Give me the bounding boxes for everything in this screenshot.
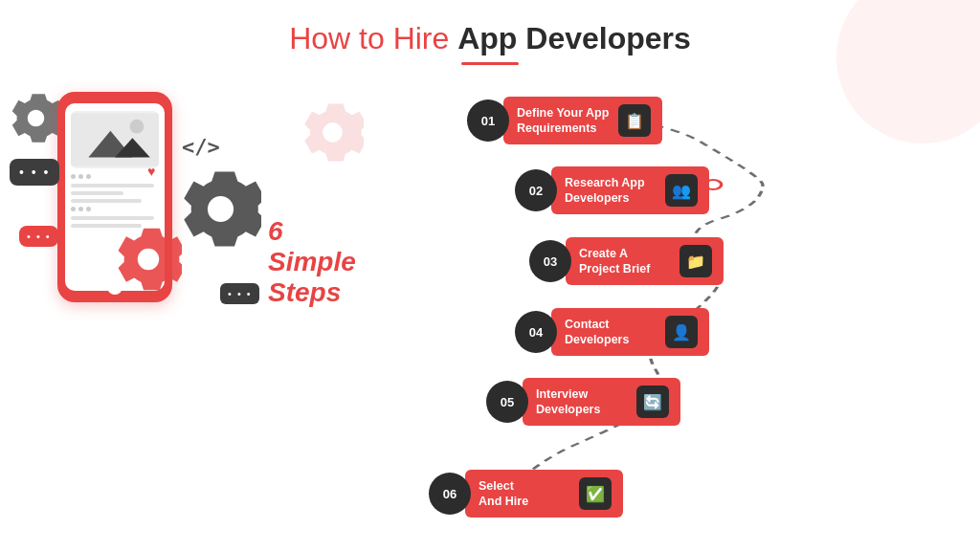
step-label-06: SelectAnd Hire: [479, 478, 569, 510]
step-item-04: 04 ContactDevelopers 👤: [515, 308, 709, 356]
step-card-01: Define Your AppRequirements 📋: [503, 97, 662, 144]
step-item-01: 01 Define Your AppRequirements 📋: [467, 97, 662, 144]
phone-image: [71, 111, 159, 168]
steps-label: 6 Simple Steps: [268, 216, 373, 309]
step-icon-01: 📋: [618, 104, 651, 137]
step-label-02: Research AppDevelopers: [565, 175, 656, 207]
code-tag-icon: </>: [182, 135, 220, 159]
chat-bubble-dark: • • •: [10, 159, 59, 186]
step-icon-06: ✅: [579, 477, 612, 510]
step-label-05: InterviewDevelopers: [536, 386, 627, 418]
step-card-03: Create AProject Brief 📁: [566, 237, 724, 285]
steps-path-svg: [383, 82, 961, 532]
step-card-06: SelectAnd Hire ✅: [465, 470, 623, 518]
gear-pink-right-icon: [301, 101, 364, 164]
step-card-02: Research AppDevelopers 👥: [551, 166, 709, 214]
line: [71, 216, 154, 220]
steps-label-line2: Steps: [268, 277, 373, 308]
step-icon-02: 👥: [665, 174, 698, 207]
step-item-06: 06 SelectAnd Hire ✅: [429, 470, 623, 518]
step-circle-06: 06: [429, 473, 471, 515]
step-label-03: Create AProject Brief: [579, 246, 670, 277]
steps-area: 01 Define Your AppRequirements 📋 02 Rese…: [383, 82, 961, 532]
page-title: How to Hire App Developers: [0, 21, 980, 56]
step-item-03: 03 Create AProject Brief 📁: [529, 237, 724, 285]
step-label-04: ContactDevelopers: [565, 317, 656, 348]
line: [71, 191, 123, 195]
line: [71, 199, 142, 203]
main-content: ♥: [0, 73, 980, 532]
step-label-01: Define Your AppRequirements: [517, 105, 609, 137]
dot: [71, 174, 76, 179]
page-header: How to Hire App Developers: [0, 0, 980, 73]
step-card-04: ContactDevelopers 👤: [551, 308, 709, 356]
dot-row: [71, 207, 159, 211]
dot: [71, 207, 76, 211]
svg-point-3: [130, 120, 145, 134]
chat-bubble-red: • • •: [19, 226, 58, 247]
heart-icon: ♥: [147, 164, 165, 179]
step-icon-03: 📁: [679, 245, 712, 277]
step-icon-04: 👤: [665, 316, 698, 348]
step-circle-01: 01: [467, 99, 509, 142]
step-icon-05: 🔄: [636, 386, 669, 418]
step-circle-05: 05: [486, 381, 528, 423]
gear-dark-large-icon: [180, 168, 261, 250]
line: [71, 184, 154, 187]
step-item-02: 02 Research AppDevelopers 👥: [515, 166, 709, 214]
dot: [78, 207, 83, 211]
chat-bubble-dark-bottom: • • •: [220, 283, 259, 304]
step-item-05: 05 InterviewDevelopers 🔄: [486, 378, 680, 426]
step-card-05: InterviewDevelopers 🔄: [523, 378, 680, 426]
steps-label-line1: 6 Simple: [268, 216, 373, 277]
dot-row: [71, 174, 159, 179]
gear-red-icon: [115, 226, 182, 293]
phone-content-lines: [71, 174, 159, 228]
step-circle-02: 02: [515, 169, 557, 211]
illustration-area: ♥: [10, 82, 373, 522]
step-circle-04: 04: [515, 311, 557, 353]
title-underline: [461, 62, 519, 65]
gear-dark-small-icon: [10, 92, 62, 144]
step-circle-03: 03: [529, 240, 571, 282]
dot: [86, 207, 91, 211]
dot: [86, 174, 91, 179]
dot: [78, 174, 83, 179]
